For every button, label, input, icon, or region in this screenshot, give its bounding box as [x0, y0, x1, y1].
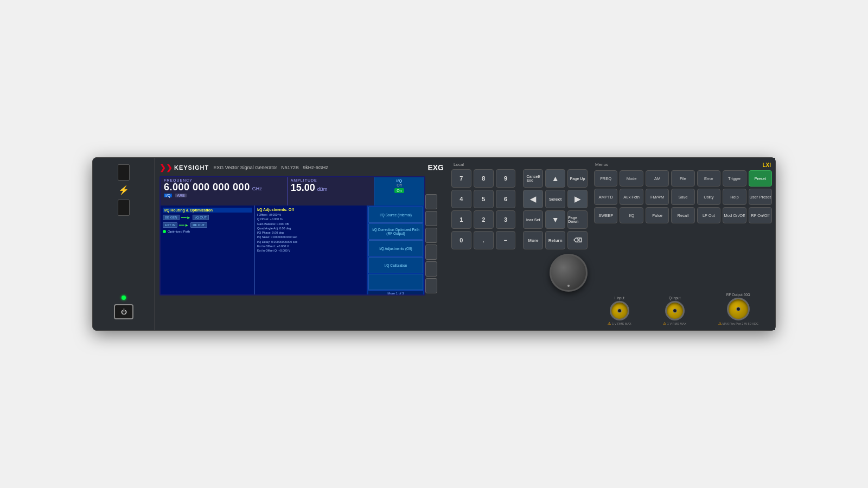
key-3[interactable]: 3: [496, 210, 516, 229]
btn-file[interactable]: File: [671, 170, 694, 187]
usb-icon: ⚡: [118, 185, 129, 195]
key-backspace[interactable]: ⌫: [567, 231, 588, 249]
btn-aux-fctn[interactable]: Aux Fctn: [620, 189, 643, 205]
q-input-sub-label: 1 V RMS MAX: [667, 322, 686, 325]
connectors-row: I Input ⚠ 1 V RMS MAX Q Input: [594, 293, 772, 326]
key-up[interactable]: ▲: [545, 169, 565, 188]
btn-recall[interactable]: Recall: [671, 207, 694, 223]
key-more[interactable]: More: [523, 231, 543, 249]
local-label: Local: [454, 162, 464, 167]
btn-utility[interactable]: Utility: [697, 189, 720, 205]
amplitude-value: 15.00: [291, 182, 315, 194]
key-6[interactable]: 6: [496, 190, 516, 208]
key-left[interactable]: ◀: [523, 190, 543, 208]
optimized-path-led: [163, 230, 166, 233]
key-return[interactable]: Return: [545, 231, 565, 249]
usb-port-2[interactable]: [118, 200, 130, 216]
btn-lf-out[interactable]: LF Out: [697, 207, 720, 223]
menu-item-4[interactable]: I/Q Calibration: [368, 257, 423, 273]
rf-output-label: RF Output 50Ω: [726, 293, 750, 297]
logo-chevron-icon: ❯❯: [159, 163, 173, 172]
frequency-sub-tags: I/Q ARB: [164, 194, 284, 197]
btn-fm-pm[interactable]: FM/ΦM: [646, 189, 669, 205]
display-section: ❯❯ KEYSIGHT EXG Vector Signal Generator …: [155, 158, 448, 330]
key-dot[interactable]: .: [474, 231, 494, 249]
frequency-value: 6.000 000 000 000: [164, 182, 250, 193]
signal-generator: ⚡ ⏻ ❯❯ KEYSIGHT EXG Vector Signal Genera…: [92, 157, 776, 331]
exg-label: EXG: [427, 163, 444, 172]
btn-mode[interactable]: Mode: [620, 170, 643, 187]
routing-title: I/Q Routing & Optimization: [163, 208, 252, 213]
warning-icon-i: ⚠: [608, 322, 611, 326]
menu-item-2[interactable]: I/Q Correction Optimized Path (RF Output…: [368, 223, 423, 240]
key-minus[interactable]: −: [496, 231, 516, 249]
key-5[interactable]: 5: [474, 190, 494, 208]
btn-sweep[interactable]: SWEEP: [594, 207, 617, 223]
key-8[interactable]: 8: [474, 169, 494, 188]
lcd-screen: FREQUENCY 6.000 000 000 000 GHz I/Q ARB …: [159, 176, 425, 296]
warning-icon-rf: ⚠: [718, 322, 722, 326]
lcd-top-bar: FREQUENCY 6.000 000 000 000 GHz I/Q ARB …: [161, 177, 424, 206]
amplitude-display: AMPLITUDE 15.00 dBm: [288, 177, 374, 206]
btn-help[interactable]: Help: [723, 189, 746, 205]
q-input-bnc[interactable]: [665, 301, 685, 320]
arrow-2-icon: ━━►: [179, 223, 189, 228]
key-1[interactable]: 1: [451, 210, 471, 229]
frequency-display: FREQUENCY 6.000 000 000 000 GHz I/Q ARB: [161, 177, 288, 206]
left-panel: ⚡ ⏻: [93, 158, 155, 330]
keypad-labels: Local: [451, 162, 588, 167]
menu-item-1[interactable]: I/Q Source (Internal): [368, 207, 423, 223]
btn-rf-on-off[interactable]: RF On/Off: [749, 207, 772, 223]
key-4[interactable]: 4: [451, 190, 471, 208]
btn-user-preset[interactable]: User Preset: [749, 189, 772, 205]
lxi-label: LXI: [762, 162, 771, 168]
btn-error[interactable]: Error: [697, 170, 720, 187]
routing-panel: I/Q Routing & Optimization BB GEN ━━► I/…: [161, 206, 255, 296]
btn-pulse[interactable]: Pulse: [646, 207, 669, 223]
func-row-1: FREQ Mode AM File Error Trigger Preset: [594, 170, 772, 187]
btn-trigger[interactable]: Trigger: [723, 170, 746, 187]
softkey-3[interactable]: [425, 228, 437, 243]
menu-item-3[interactable]: I/Q Adjustments (Off): [368, 240, 423, 256]
btn-amptd[interactable]: AMPTD: [594, 189, 617, 205]
key-0[interactable]: 0: [451, 231, 471, 249]
rf-output-bnc[interactable]: [727, 298, 750, 320]
key-page-up[interactable]: Page Up: [567, 169, 588, 188]
softkey-1[interactable]: [425, 194, 437, 209]
btn-save[interactable]: Save: [671, 189, 694, 205]
power-button[interactable]: ⏻: [114, 304, 133, 319]
arrow-1-icon: ━━►: [181, 215, 191, 220]
key-right[interactable]: ▶: [567, 190, 588, 208]
brand-bar: ❯❯ KEYSIGHT EXG Vector Signal Generator …: [159, 163, 444, 172]
btn-freq[interactable]: FREQ: [594, 170, 617, 187]
key-2[interactable]: 2: [474, 210, 494, 229]
key-7[interactable]: 7: [451, 169, 471, 188]
i-input-connector: I Input ⚠ 1 V RMS MAX: [608, 296, 631, 326]
rf-output-connector: RF Output 50Ω ⚠ MAX Rev Pwr 2 W 50 VDC: [718, 293, 758, 326]
key-select[interactable]: Select: [545, 190, 565, 208]
btn-am[interactable]: AM: [646, 170, 669, 187]
data-entry-knob[interactable]: [550, 254, 588, 292]
connectors-area: I Input ⚠ 1 V RMS MAX Q Input: [594, 288, 772, 326]
bnc-center-icon: [617, 309, 622, 313]
keypad-section: Local 7 8 9 Cancel/Esc ▲ Page Up 4 5 6 ◀…: [448, 158, 591, 330]
softkey-4[interactable]: [425, 245, 437, 260]
btn-mod-on-off[interactable]: Mod On/Off: [723, 207, 746, 223]
key-incr-set[interactable]: Incr Set: [523, 210, 543, 229]
key-down[interactable]: ▼: [545, 210, 565, 229]
adj-line-6: I/Q Skew: 0.00000000000 sec: [257, 235, 365, 239]
softkey-6[interactable]: [425, 278, 437, 293]
knob-area: [451, 254, 588, 292]
power-led: [122, 296, 126, 300]
softkey-5[interactable]: [425, 261, 437, 277]
key-cancel-esc[interactable]: Cancel/Esc: [523, 169, 543, 188]
btn-preset[interactable]: Preset: [749, 170, 772, 187]
key-page-down[interactable]: Page Down: [567, 210, 588, 229]
usb-port-1[interactable]: [118, 164, 130, 181]
i-input-bnc[interactable]: [610, 301, 629, 320]
key-9[interactable]: 9: [496, 169, 516, 188]
softkey-2[interactable]: [425, 211, 437, 226]
routing-row-2: EXT IN ━━► RF OUT: [163, 222, 252, 228]
btn-iq[interactable]: I/Q: [620, 207, 643, 223]
frequency-unit: GHz: [252, 186, 262, 191]
